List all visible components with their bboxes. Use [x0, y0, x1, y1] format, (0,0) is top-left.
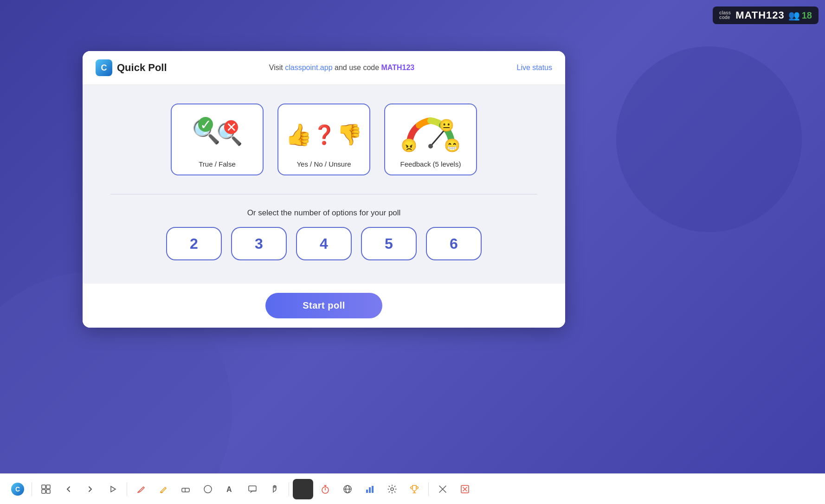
eraser-button[interactable] — [175, 479, 196, 499]
svg-point-20 — [391, 488, 393, 491]
poll-card-feedback[interactable]: 😠 😁 😐 Feedback (5 levels) — [384, 103, 477, 175]
pointer-off-button[interactable] — [432, 479, 453, 499]
yes-no-unsure-label: Yes / No / Unsure — [296, 160, 351, 168]
start-poll-button[interactable]: Start poll — [265, 293, 382, 318]
svg-text:A: A — [226, 485, 232, 493]
svg-rect-19 — [372, 486, 374, 493]
option-5-button[interactable]: 5 — [361, 227, 417, 260]
class-label: classcode — [719, 11, 731, 20]
svg-rect-5 — [46, 490, 50, 493]
number-options-row: 2 3 4 5 6 — [110, 227, 537, 260]
svg-rect-17 — [366, 490, 368, 493]
modal-header: C Quick Poll Visit classpoint.app and us… — [83, 51, 565, 85]
play-button[interactable] — [103, 479, 123, 499]
number-options-section: Or select the number of options for your… — [110, 208, 537, 260]
poll-card-yes-no-unsure[interactable]: 👍 ❓ 👎 Yes / No / Unsure — [277, 103, 370, 175]
modal-footer: Start poll — [83, 284, 565, 328]
pen-button[interactable] — [131, 479, 151, 499]
option-6-button[interactable]: 6 — [426, 227, 482, 260]
chart-button[interactable] — [360, 479, 380, 499]
visit-code: MATH123 — [381, 64, 415, 71]
yes-no-unsure-icon: 👍 ❓ 👎 — [285, 114, 362, 155]
svg-rect-12 — [299, 485, 307, 493]
hand-button[interactable] — [264, 479, 285, 499]
svg-rect-3 — [46, 485, 50, 489]
svg-rect-6 — [160, 492, 163, 493]
poll-type-cards: 🔍 ✓ 🔍 ✕ True / False 👍 ❓ 👎 Yes / No / Un… — [110, 103, 537, 175]
class-code: MATH123 — [735, 9, 785, 21]
bottom-toolbar: C A — [0, 473, 825, 504]
globe-button[interactable] — [337, 479, 358, 499]
students-icon: 👥 — [788, 10, 800, 21]
timer-button[interactable] — [315, 479, 335, 499]
classpoint-logo: C — [96, 59, 112, 76]
svg-point-1 — [428, 144, 433, 149]
poll-card-true-false[interactable]: 🔍 ✓ 🔍 ✕ True / False — [171, 103, 264, 175]
separator-3 — [289, 482, 289, 496]
feedback-icon: 😠 😁 😐 — [403, 114, 458, 155]
bg-decoration-2 — [616, 46, 802, 232]
svg-rect-2 — [42, 485, 45, 489]
grid-button[interactable] — [36, 479, 56, 499]
options-label: Or select the number of options for your… — [110, 208, 537, 218]
quick-poll-modal: C Quick Poll Visit classpoint.app and us… — [83, 51, 565, 328]
highlighter-button[interactable] — [153, 479, 174, 499]
chat-button[interactable] — [242, 479, 263, 499]
class-badge: classcode MATH123 👥 18 — [713, 6, 819, 24]
option-2-button[interactable]: 2 — [166, 227, 222, 260]
option-3-button[interactable]: 3 — [231, 227, 287, 260]
settings-button[interactable] — [382, 479, 402, 499]
fill-button[interactable] — [293, 479, 313, 499]
svg-rect-7 — [182, 488, 189, 492]
classpoint-toolbar-icon[interactable]: C — [7, 479, 28, 499]
student-count: 18 — [802, 10, 812, 21]
modal-body: 🔍 ✓ 🔍 ✕ True / False 👍 ❓ 👎 Yes / No / Un… — [83, 85, 565, 284]
trophy-button[interactable] — [404, 479, 425, 499]
student-count-badge: 👥 18 — [788, 10, 812, 21]
svg-rect-11 — [249, 486, 256, 491]
separator-1 — [32, 482, 32, 496]
section-divider — [110, 194, 537, 194]
visit-info: Visit classpoint.app and use code MATH12… — [167, 64, 517, 72]
option-4-button[interactable]: 4 — [296, 227, 352, 260]
live-status-link[interactable]: Live status — [517, 64, 552, 72]
visit-mid: and use code — [335, 64, 379, 71]
feedback-label: Feedback (5 levels) — [400, 160, 461, 168]
svg-rect-18 — [369, 487, 371, 493]
back-button[interactable] — [58, 479, 78, 499]
text-button[interactable]: A — [220, 479, 240, 499]
modal-title: Quick Poll — [117, 62, 167, 74]
svg-rect-4 — [42, 490, 45, 493]
true-false-icon: 🔍 ✓ 🔍 ✕ — [192, 114, 243, 155]
svg-point-9 — [204, 485, 212, 493]
visit-link[interactable]: classpoint.app — [285, 64, 332, 71]
separator-4 — [428, 482, 429, 496]
separator-2 — [127, 482, 127, 496]
visit-text: Visit — [269, 64, 283, 71]
close-toolbar-button[interactable] — [455, 479, 475, 499]
shapes-button[interactable] — [198, 479, 218, 499]
true-false-label: True / False — [199, 160, 235, 168]
forward-button[interactable] — [80, 479, 101, 499]
